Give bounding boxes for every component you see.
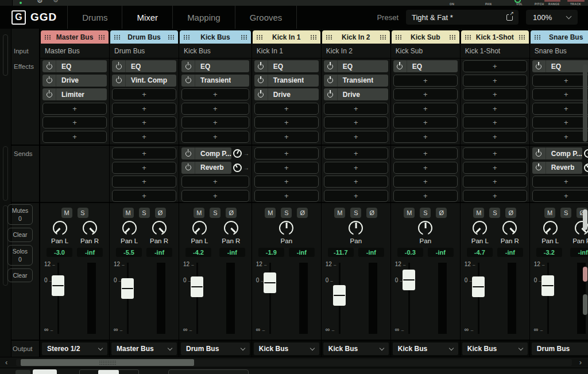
add-slot-button[interactable]: + [532, 88, 588, 100]
level-value[interactable]: -inf [289, 248, 315, 257]
add-slot-button[interactable]: + [181, 116, 249, 128]
fader-handle[interactable] [52, 275, 64, 296]
tab-mixer[interactable]: Mixer [122, 6, 172, 29]
scrollbar-thumb[interactable] [21, 359, 194, 366]
send-device[interactable]: Reverb [532, 162, 582, 174]
power-button[interactable] [324, 75, 338, 87]
power-button[interactable] [324, 60, 338, 72]
effect-slot[interactable]: Transient [324, 75, 388, 87]
level-value[interactable]: -inf [77, 248, 103, 257]
host-segmented-control[interactable] [79, 369, 139, 374]
add-slot-button[interactable]: + [393, 190, 458, 202]
add-slot-button[interactable]: + [42, 131, 107, 143]
clear-solos-button[interactable]: Clear [7, 268, 33, 282]
channel-tab[interactable]: Drum Bus [110, 30, 178, 44]
add-slot-button[interactable]: + [463, 147, 527, 159]
pan-knob[interactable] [53, 221, 67, 235]
add-slot-button[interactable]: + [393, 103, 458, 115]
tab-grooves[interactable]: Grooves [235, 6, 297, 29]
fader-track[interactable] [57, 263, 59, 334]
send-slot[interactable]: Reverb→ [181, 162, 249, 174]
solo-button[interactable]: S [210, 208, 220, 218]
host-edge-handle[interactable] [583, 209, 587, 230]
add-slot-button[interactable]: + [181, 190, 249, 202]
host-button[interactable] [16, 370, 30, 374]
add-slot-button[interactable]: + [181, 131, 249, 143]
effect-slot[interactable]: EQ [393, 60, 458, 72]
level-value[interactable]: -inf [219, 248, 245, 257]
solo-button[interactable]: S [139, 208, 150, 218]
level-value[interactable]: -11.7 [328, 248, 354, 257]
channel-tab[interactable]: Kick 1-Shot [461, 30, 529, 44]
power-button[interactable] [42, 75, 56, 87]
output-selector[interactable]: Drum Bus [181, 342, 250, 355]
level-value[interactable]: -4.7 [467, 248, 493, 257]
host-button-active[interactable] [33, 369, 57, 374]
send-level-knob[interactable] [584, 149, 588, 158]
preset-selector[interactable]: Tight & Fat * [406, 10, 519, 25]
output-selector[interactable]: Kick Bus [254, 342, 319, 355]
add-slot-button[interactable]: + [532, 190, 588, 202]
add-slot-button[interactable]: + [463, 131, 527, 143]
add-slot-button[interactable]: + [532, 116, 588, 128]
host-device-title-bar[interactable] [168, 369, 249, 374]
power-button[interactable] [181, 162, 195, 174]
channel-tab[interactable]: Kick Bus [180, 30, 251, 44]
fader-handle[interactable] [403, 270, 415, 290]
mute-button[interactable]: M [473, 208, 484, 218]
add-slot-button[interactable]: + [181, 176, 249, 188]
add-slot-button[interactable]: + [324, 147, 388, 159]
output-selector[interactable]: Stereo 1/2 [42, 342, 107, 355]
add-slot-button[interactable]: + [532, 176, 588, 188]
scrollbar-track[interactable] [16, 359, 572, 366]
send-level-knob[interactable] [233, 163, 242, 172]
channel-tab[interactable]: Snare Bus [531, 30, 588, 44]
add-slot-button[interactable]: + [254, 190, 319, 202]
add-slot-button[interactable]: + [324, 162, 388, 174]
solo-button[interactable]: S [420, 208, 431, 218]
pan-knob[interactable] [279, 221, 293, 235]
tool-icon[interactable]: ⚙ [53, 0, 59, 4]
horizontal-scrollbar[interactable]: ‹ › [0, 357, 588, 368]
host-vertical-scrollbar-thumb[interactable] [583, 64, 587, 142]
level-value[interactable]: -inf [146, 248, 172, 257]
add-slot-button[interactable]: + [532, 131, 588, 143]
effect-slot[interactable]: Drive [324, 88, 388, 100]
add-slot-button[interactable]: + [463, 116, 527, 128]
add-slot-button[interactable]: + [463, 75, 527, 87]
send-level-knob[interactable] [233, 149, 242, 158]
add-slot-button[interactable]: + [112, 176, 176, 188]
power-button[interactable] [42, 88, 56, 100]
output-selector[interactable]: Kick Bus [462, 342, 528, 355]
power-button[interactable] [112, 75, 126, 87]
add-slot-button[interactable]: + [463, 103, 527, 115]
add-slot-button[interactable]: + [393, 88, 458, 100]
level-value[interactable]: -4.2 [185, 248, 211, 257]
add-slot-button[interactable]: + [254, 116, 319, 128]
send-slot[interactable]: Comp P...→ [181, 147, 249, 159]
scroll-left-icon[interactable]: ‹ [5, 358, 7, 367]
mute-button[interactable]: M [334, 208, 345, 218]
add-slot-button[interactable]: + [393, 131, 458, 143]
power-button[interactable] [532, 147, 546, 159]
effect-slot[interactable]: Transient [254, 75, 319, 87]
send-slot[interactable]: Comp P...→ [532, 147, 588, 159]
power-button[interactable] [532, 60, 546, 72]
solos-counter-button[interactable]: Solos 0 [7, 245, 33, 266]
add-slot-button[interactable]: + [112, 190, 176, 202]
add-slot-button[interactable]: + [324, 116, 388, 128]
add-slot-button[interactable]: + [463, 162, 527, 174]
solo-button[interactable]: S [78, 208, 88, 218]
add-slot-button[interactable]: + [393, 116, 458, 128]
pan-knob[interactable] [418, 221, 432, 235]
solo-button[interactable]: S [560, 208, 571, 218]
mute-button[interactable]: M [194, 208, 204, 218]
add-slot-button[interactable]: + [324, 103, 388, 115]
add-slot-button[interactable]: + [532, 103, 588, 115]
pan-knob[interactable] [122, 221, 137, 235]
solo-button[interactable]: S [281, 208, 292, 218]
level-value[interactable]: -3.0 [47, 248, 72, 257]
send-level-knob[interactable] [584, 163, 588, 172]
pan-knob[interactable] [543, 221, 558, 235]
level-value[interactable]: -inf [428, 248, 454, 257]
